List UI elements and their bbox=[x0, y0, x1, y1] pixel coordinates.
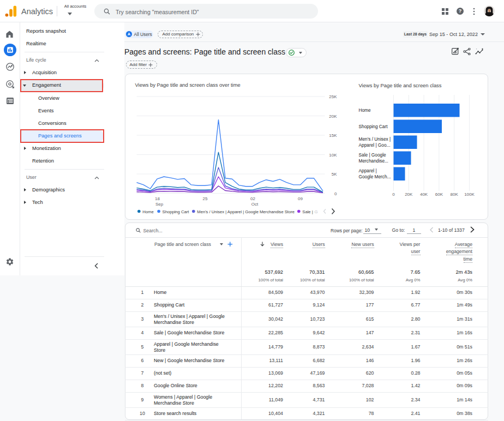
svg-text:60K: 60K bbox=[435, 192, 443, 197]
svg-text:20K: 20K bbox=[405, 192, 413, 197]
svg-text:0: 0 bbox=[392, 192, 395, 197]
svg-text:20K: 20K bbox=[329, 114, 337, 119]
svg-text:100K: 100K bbox=[464, 192, 475, 197]
svg-text:Merchandise...: Merchandise... bbox=[358, 158, 388, 164]
svg-text:15K: 15K bbox=[329, 133, 337, 138]
svg-text:Views by Page title and screen: Views by Page title and screen class bbox=[358, 82, 441, 88]
svg-text:Sep: Sep bbox=[155, 202, 163, 207]
svg-text:Sale |: Sale | bbox=[302, 209, 313, 214]
svg-text:Men's / Unisex | Apparel | Goo: Men's / Unisex | Apparel | Google Mercha… bbox=[197, 209, 295, 214]
svg-text:Men's / Unisex |: Men's / Unisex | bbox=[358, 136, 391, 142]
svg-text:10K: 10K bbox=[329, 153, 337, 158]
svg-text:40K: 40K bbox=[419, 192, 428, 197]
svg-text:5K: 5K bbox=[331, 172, 337, 177]
svg-text:G: G bbox=[314, 209, 317, 214]
svg-text:Sale | Google: Sale | Google bbox=[358, 152, 386, 158]
svg-text:Shopping Cart: Shopping Cart bbox=[358, 124, 388, 129]
svg-text:Views by Page title and screen: Views by Page title and screen class ove… bbox=[135, 82, 240, 88]
svg-text:80K: 80K bbox=[450, 192, 458, 197]
svg-text:Google Merch...: Google Merch... bbox=[358, 174, 391, 179]
svg-text:09: 09 bbox=[298, 196, 303, 201]
svg-text:Shopping Cart: Shopping Cart bbox=[162, 209, 189, 214]
svg-text:Oct: Oct bbox=[251, 202, 258, 207]
svg-text:02: 02 bbox=[250, 196, 255, 201]
svg-text:Apparel |: Apparel | bbox=[358, 168, 376, 173]
svg-text:25K: 25K bbox=[329, 94, 337, 99]
svg-text:25: 25 bbox=[202, 196, 207, 201]
svg-text:0: 0 bbox=[334, 191, 337, 196]
svg-text:Home: Home bbox=[358, 107, 371, 113]
svg-text:Apparel | Goo...: Apparel | Goo... bbox=[358, 142, 390, 148]
svg-text:Home: Home bbox=[142, 209, 153, 214]
svg-text:18: 18 bbox=[155, 196, 160, 201]
